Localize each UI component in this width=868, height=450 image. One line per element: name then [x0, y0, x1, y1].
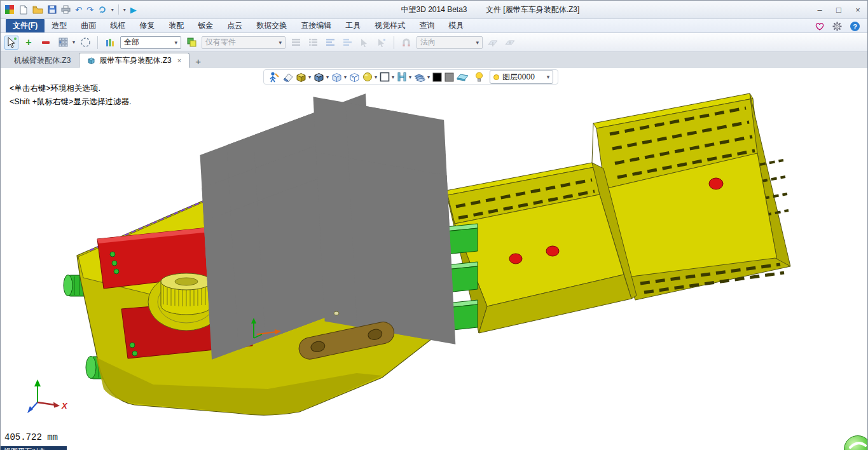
ribbon-tab-bar: 文件(F) 造型 曲面 线框 修复 装配 钣金 点云 数据交换 直接编辑 工具 …	[1, 19, 867, 33]
select-arrow-icon[interactable]	[4, 36, 18, 50]
add-selection-icon[interactable]: +	[22, 36, 36, 50]
front-body-assembly[interactable]	[64, 153, 444, 415]
black-color-swatch[interactable]	[432, 72, 442, 82]
tab-directedit[interactable]: 直接编辑	[294, 18, 338, 32]
list-filter-icon-4[interactable]	[340, 36, 354, 50]
chevron-down-icon[interactable]: ▾	[427, 74, 430, 80]
titlebar: ↶ ↷ ▾ ▾ ▶ 中望3D 2014 Beta3 文件 [履带车车身装配体.Z…	[1, 1, 867, 19]
chevron-down-icon[interactable]: ▾	[409, 74, 411, 80]
tab-mold[interactable]: 模具	[441, 18, 471, 32]
display-toolbar: ▾ ▾ ▾ ▾ ▾ ▾ ▾	[263, 69, 558, 85]
list-filter-icon-1[interactable]	[289, 36, 303, 50]
y-axis-arrow	[34, 379, 41, 386]
list-filter-icon-3[interactable]	[323, 36, 337, 50]
help-icon[interactable]: ?	[850, 22, 860, 31]
3d-viewport[interactable]	[1, 68, 867, 450]
pointer-option-icon-1[interactable]	[357, 36, 371, 50]
document-cube-icon	[87, 57, 95, 65]
new-tab-button[interactable]: +	[189, 56, 207, 68]
pick-grid-dropdown-icon[interactable]: ▾	[72, 39, 75, 45]
tab-repair[interactable]: 修复	[132, 18, 162, 32]
doc-tab-robot-arm[interactable]: 机械臂装配体.Z3	[6, 53, 79, 68]
maximize-button[interactable]: □	[829, 2, 848, 17]
tab-wireframe[interactable]: 线框	[103, 18, 132, 32]
rear-body-part[interactable]	[446, 93, 790, 333]
selection-toolbar: + ▾ 全部▾ 仅有零件▾	[1, 33, 867, 52]
red-cap-2[interactable]	[546, 246, 559, 256]
layer-bulb-icon[interactable]	[475, 72, 483, 82]
tab-pointcloud[interactable]: 点云	[220, 18, 249, 32]
tab-shape[interactable]: 造型	[45, 18, 74, 32]
tab-inquire[interactable]: 查询	[412, 18, 441, 32]
layer-dot-icon	[493, 74, 499, 80]
pick-filter-icon[interactable]	[184, 36, 198, 50]
favorite-icon[interactable]	[815, 22, 824, 31]
wireframe-display-icon[interactable]	[349, 72, 360, 83]
doc-tab-tracked-vehicle[interactable]: 履带车车身装配体.Z3 ×	[79, 53, 189, 68]
plane-display-icon[interactable]	[380, 72, 390, 82]
new-file-icon[interactable]	[19, 5, 28, 15]
gray-color-swatch[interactable]	[444, 72, 454, 82]
x-axis-arrow	[53, 402, 60, 408]
gear-icon[interactable]	[832, 22, 842, 31]
floating-ball-icon[interactable]	[844, 435, 867, 450]
undo-icon[interactable]: ↶	[75, 6, 82, 14]
tab-tools[interactable]: 工具	[338, 18, 368, 32]
remove-selection-icon[interactable]	[39, 36, 53, 50]
tab-dataexchange[interactable]: 数据交换	[249, 18, 294, 32]
chevron-down-icon[interactable]: ▾	[375, 74, 377, 80]
layer-combobox[interactable]: 图层0000 ▾	[490, 70, 553, 84]
chevron-down-icon[interactable]: ▾	[308, 74, 311, 80]
scope-combobox[interactable]: 全部▾	[120, 36, 181, 49]
ground-plane-icon[interactable]	[457, 72, 469, 81]
align-plane-icon-2[interactable]	[503, 36, 517, 50]
window-controls: – □ ×	[810, 2, 867, 17]
chevron-down-icon[interactable]: ▾	[392, 74, 394, 80]
viewport-canvas[interactable]: <单击右键>环境相关选项. <Shift +鼠标右键>显示选择过滤器. ▾ ▾ …	[1, 68, 867, 450]
qat-customize-icon[interactable]: ▾	[123, 7, 126, 13]
red-cap-3[interactable]	[709, 178, 723, 189]
chevron-down-icon: ▾	[547, 74, 550, 80]
parts-only-combobox[interactable]: 仅有零件▾	[202, 36, 286, 49]
chevron-down-icon[interactable]: ▾	[344, 74, 347, 80]
pin-hole	[334, 311, 339, 315]
list-filter-icon-2[interactable]	[306, 36, 320, 50]
magnet-icon[interactable]	[399, 36, 413, 50]
section-profile-icon[interactable]	[397, 72, 407, 82]
layer-stack-icon[interactable]	[414, 72, 425, 82]
filter-type-icon[interactable]	[103, 36, 117, 50]
lasso-select-icon[interactable]	[78, 36, 92, 50]
measurement-readout: 405.722 mm	[4, 432, 58, 442]
pointer-option-icon-2[interactable]	[375, 36, 389, 50]
tab-close-icon[interactable]: ×	[177, 57, 181, 64]
sync-dropdown-icon[interactable]: ▾	[111, 7, 114, 13]
window-panel-right[interactable]	[345, 154, 424, 290]
tab-visualstyle[interactable]: 视觉样式	[368, 18, 412, 32]
sync-icon[interactable]	[98, 5, 107, 14]
align-plane-icon-1[interactable]	[486, 36, 500, 50]
tab-sheetmetal[interactable]: 钣金	[191, 18, 220, 32]
red-cap-1[interactable]	[509, 254, 522, 264]
sphere-render-icon[interactable]	[362, 72, 373, 82]
hidden-line-display-icon[interactable]	[331, 72, 342, 83]
close-button[interactable]: ×	[848, 2, 867, 17]
save-icon[interactable]	[48, 5, 57, 14]
play-icon[interactable]: ▶	[130, 6, 137, 14]
minimize-button[interactable]: –	[810, 2, 829, 17]
separator	[394, 36, 394, 49]
redo-icon[interactable]: ↷	[86, 6, 93, 14]
canvas-hints: <单击右键>环境相关选项. <Shift +鼠标右键>显示选择过滤器.	[10, 82, 131, 109]
eraser-icon[interactable]	[282, 72, 293, 82]
annotate-figure-icon[interactable]	[268, 71, 279, 83]
open-folder-icon[interactable]	[32, 5, 43, 14]
shaded-edges-display-icon[interactable]	[313, 72, 324, 83]
normal-combobox[interactable]: 法向▾	[417, 36, 483, 49]
tab-surface[interactable]: 曲面	[74, 18, 103, 32]
pick-grid-icon[interactable]	[56, 36, 70, 50]
chevron-down-icon[interactable]: ▾	[326, 74, 329, 80]
print-icon[interactable]	[61, 5, 71, 14]
quick-access-toolbar: ↶ ↷ ▾ ▾ ▶	[1, 4, 137, 15]
tab-file[interactable]: 文件(F)	[6, 18, 45, 32]
shaded-display-icon[interactable]	[296, 72, 307, 83]
tab-assembly[interactable]: 装配	[162, 18, 191, 32]
